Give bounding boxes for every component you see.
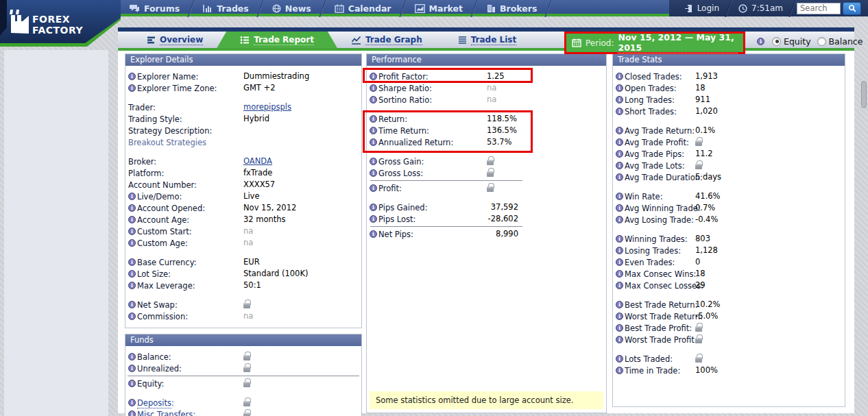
info-icon[interactable]: i [128, 365, 136, 372]
info-icon[interactable]: i [128, 399, 136, 406]
stat-value: XXXX57 [243, 180, 275, 190]
info-icon[interactable]: i [616, 108, 623, 115]
stat-value: 53.7% [487, 137, 512, 147]
info-icon[interactable]: i [616, 324, 623, 332]
info-icon[interactable]: i [616, 96, 623, 103]
info-icon[interactable]: i [128, 216, 136, 223]
forex-factory-logo[interactable]: FOREX FACTORY [0, 0, 121, 47]
info-icon[interactable]: i [370, 230, 377, 238]
tab-trade-list[interactable]: Trade List [440, 32, 534, 48]
period-range[interactable]: Nov 15, 2012 — May 31, 2015 [618, 32, 738, 53]
info-icon[interactable]: i [616, 367, 623, 374]
info-icon[interactable]: i [128, 258, 136, 266]
info-icon[interactable]: i [128, 380, 136, 387]
info-icon[interactable]: i [616, 282, 623, 289]
info-icon[interactable]: i [370, 84, 377, 92]
stat-label[interactable]: Misc Transfers: [137, 410, 195, 416]
stat-value: na [243, 226, 253, 236]
info-icon[interactable]: i [370, 115, 377, 123]
tab-trade-graph[interactable]: Trade Graph [333, 32, 440, 48]
info-icon[interactable]: i [128, 353, 136, 360]
lock-icon [487, 168, 494, 180]
info-icon[interactable]: i [128, 193, 136, 200]
search-button[interactable] [843, 2, 861, 15]
info-icon[interactable]: i [616, 355, 623, 363]
stat-row: iMax Consec Losses:29 [613, 280, 845, 291]
tab-overview[interactable]: Overview [129, 32, 221, 48]
info-icon[interactable]: i [616, 73, 623, 80]
info-icon[interactable]: i [616, 150, 623, 158]
info-icon[interactable]: i [128, 73, 136, 80]
nav-item-news[interactable]: News [261, 0, 323, 16]
stat-label[interactable]: Deposits: [137, 398, 174, 408]
balance-radio-option[interactable]: Balance [817, 36, 863, 47]
stat-row: iMax Leverage:50:1 [125, 280, 361, 291]
nav-item-brokers[interactable]: Brokers [474, 0, 548, 16]
lock-icon [243, 363, 250, 375]
info-icon[interactable]: i [370, 169, 377, 177]
info-icon[interactable]: i [370, 184, 377, 192]
info-icon[interactable]: i [616, 127, 623, 134]
stat-value-link[interactable]: morepipspls [243, 102, 291, 112]
info-icon[interactable]: i [128, 204, 136, 212]
equity-radio[interactable] [772, 37, 781, 46]
nav-item-calendar[interactable]: Calendar [323, 0, 403, 16]
info-icon[interactable]: i [370, 96, 377, 103]
info-icon[interactable]: i [616, 204, 623, 212]
info-icon[interactable]: i [370, 204, 377, 211]
info-icon[interactable]: i [616, 173, 623, 181]
stat-label: Custom Age: [137, 238, 188, 248]
info-icon[interactable]: i [128, 313, 136, 320]
info-icon[interactable]: i [128, 411, 136, 416]
info-icon[interactable]: i [370, 127, 377, 134]
info-icon[interactable]: i [370, 73, 377, 80]
stat-label: Worst Trade Return: [625, 312, 703, 321]
info-icon[interactable]: i [616, 270, 623, 278]
info-icon[interactable]: i [128, 84, 136, 92]
panel-title: Performance [367, 54, 606, 66]
nav-item-forums[interactable]: Forums [118, 0, 191, 16]
info-icon[interactable]: i [616, 235, 623, 243]
login-button[interactable]: Login [675, 0, 729, 16]
info-icon[interactable]: i [616, 162, 623, 169]
info-icon[interactable]: i [616, 84, 623, 92]
scrollbar-thumb[interactable] [861, 81, 867, 108]
tab-trade-report[interactable]: Trade Report [217, 32, 337, 48]
info-icon[interactable]: i [616, 258, 623, 266]
balance-radio[interactable] [817, 37, 826, 46]
stat-row: iMisc Transfers: [125, 408, 361, 416]
info-icon[interactable]: i [616, 216, 623, 223]
info-icon[interactable]: i [616, 301, 623, 308]
info-icon[interactable]: i [128, 228, 136, 235]
info-icon[interactable]: i [128, 239, 136, 247]
info-icon[interactable]: i [616, 138, 623, 146]
stat-row: iAnnualized Return:53.7% [367, 136, 606, 148]
info-icon[interactable]: i [616, 247, 623, 254]
info-icon[interactable]: i [128, 282, 136, 289]
stat-label: Long Trades: [625, 95, 675, 105]
stat-row: iAvg Trade Duration:5 days [613, 171, 845, 183]
nav-item-market[interactable]: Market [403, 0, 474, 16]
info-icon[interactable]: i [128, 301, 136, 308]
trade-stats-panel: Trade Stats iClosed Trades:1,913iOpen Tr… [612, 53, 845, 407]
info-icon[interactable]: i [616, 193, 623, 200]
period-selector[interactable]: Period: Nov 15, 2012 — May 31, 2015 [564, 32, 745, 54]
info-icon[interactable]: i [757, 38, 764, 45]
stat-value: 18 [695, 269, 706, 279]
explorer-details-panel: Explorer Details iExplorer Name:Dummiest… [125, 53, 362, 328]
stat-value-link[interactable]: OANDA [243, 156, 272, 166]
calendar-icon [572, 38, 581, 47]
performance-panel: Performance iProfit Factor:1.25iSharpe R… [366, 53, 607, 413]
stat-row: iAvg Trade Pips:11.2 [613, 148, 845, 160]
equity-radio-option[interactable]: Equity [772, 36, 811, 47]
nav-item-label: Trades [217, 3, 249, 14]
info-icon[interactable]: i [616, 336, 623, 343]
search-input[interactable] [797, 3, 841, 14]
info-icon[interactable]: i [128, 270, 136, 278]
info-icon[interactable]: i [370, 138, 377, 146]
info-icon[interactable]: i [370, 215, 377, 223]
nav-item-trades[interactable]: Trades [191, 0, 261, 16]
info-icon[interactable]: i [370, 158, 377, 165]
info-icon[interactable]: i [616, 313, 623, 320]
stat-row: iAccount Age:32 months [125, 214, 361, 225]
